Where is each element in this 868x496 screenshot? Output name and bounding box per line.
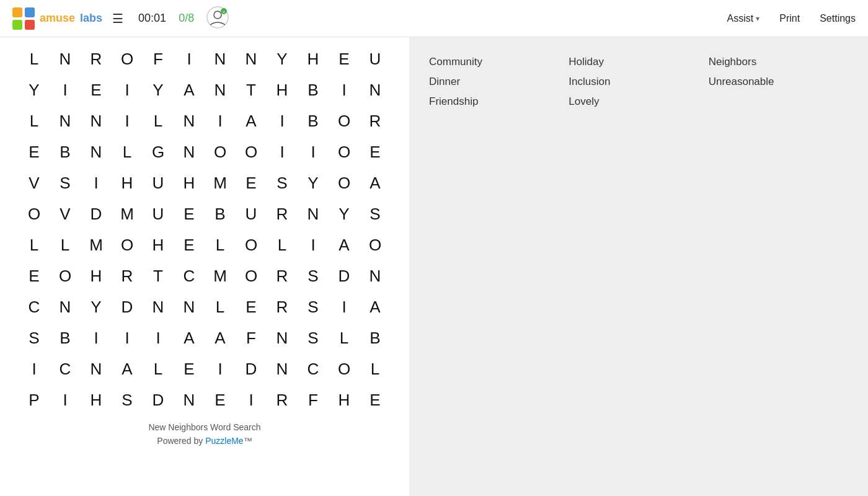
grid-cell[interactable]: B: [205, 198, 236, 229]
grid-cell[interactable]: E: [81, 74, 112, 105]
grid-cell[interactable]: D: [81, 198, 112, 229]
assist-button[interactable]: Assist ▾: [727, 13, 760, 24]
grid-cell[interactable]: A: [360, 291, 391, 322]
avatar-button[interactable]: +: [206, 6, 229, 31]
grid-cell[interactable]: I: [112, 322, 143, 353]
grid-cell[interactable]: R: [267, 198, 298, 229]
word-item[interactable]: Unreasonable: [709, 72, 848, 92]
grid-cell[interactable]: N: [81, 136, 112, 167]
grid-cell[interactable]: A: [329, 229, 360, 260]
puzzleme-link[interactable]: PuzzleMe: [205, 436, 243, 446]
grid-cell[interactable]: Y: [329, 198, 360, 229]
grid-cell[interactable]: P: [19, 384, 50, 415]
grid-cell[interactable]: T: [143, 260, 174, 291]
word-item[interactable]: Inclusion: [569, 72, 708, 92]
grid-cell[interactable]: E: [174, 198, 205, 229]
grid-cell[interactable]: O: [50, 260, 81, 291]
grid-cell[interactable]: C: [19, 291, 50, 322]
grid-cell[interactable]: S: [298, 291, 329, 322]
grid-cell[interactable]: R: [360, 105, 391, 136]
grid-cell[interactable]: E: [360, 136, 391, 167]
grid-cell[interactable]: I: [267, 105, 298, 136]
grid-cell[interactable]: N: [143, 291, 174, 322]
grid-cell[interactable]: R: [267, 291, 298, 322]
grid-cell[interactable]: M: [112, 198, 143, 229]
grid-cell[interactable]: O: [205, 136, 236, 167]
grid-cell[interactable]: A: [174, 322, 205, 353]
grid-cell[interactable]: B: [50, 136, 81, 167]
grid-cell[interactable]: E: [174, 229, 205, 260]
grid-cell[interactable]: N: [236, 43, 267, 74]
grid-cell[interactable]: I: [205, 105, 236, 136]
grid-cell[interactable]: Y: [81, 291, 112, 322]
menu-button[interactable]: ☰: [112, 11, 123, 26]
grid-cell[interactable]: E: [329, 43, 360, 74]
grid-cell[interactable]: U: [360, 43, 391, 74]
grid-cell[interactable]: E: [205, 384, 236, 415]
grid-cell[interactable]: O: [329, 105, 360, 136]
grid-cell[interactable]: I: [236, 384, 267, 415]
grid-cell[interactable]: H: [298, 43, 329, 74]
grid-cell[interactable]: S: [267, 167, 298, 198]
grid-cell[interactable]: Y: [298, 167, 329, 198]
grid-cell[interactable]: O: [360, 229, 391, 260]
grid-cell[interactable]: I: [205, 353, 236, 384]
grid-cell[interactable]: I: [112, 105, 143, 136]
word-item[interactable]: Neighbors: [709, 52, 848, 72]
grid-cell[interactable]: B: [50, 322, 81, 353]
grid-cell[interactable]: H: [143, 229, 174, 260]
grid-cell[interactable]: S: [112, 384, 143, 415]
grid-cell[interactable]: N: [298, 198, 329, 229]
grid-cell[interactable]: Y: [19, 74, 50, 105]
grid-cell[interactable]: I: [298, 136, 329, 167]
grid-cell[interactable]: B: [360, 322, 391, 353]
grid-cell[interactable]: O: [19, 198, 50, 229]
grid-cell[interactable]: F: [143, 43, 174, 74]
grid-cell[interactable]: H: [112, 167, 143, 198]
grid-cell[interactable]: O: [236, 260, 267, 291]
grid-cell[interactable]: C: [174, 260, 205, 291]
grid-cell[interactable]: O: [329, 167, 360, 198]
grid-cell[interactable]: S: [19, 322, 50, 353]
grid-cell[interactable]: T: [236, 74, 267, 105]
grid-cell[interactable]: L: [112, 136, 143, 167]
grid-cell[interactable]: L: [143, 105, 174, 136]
grid-cell[interactable]: C: [298, 353, 329, 384]
grid-cell[interactable]: N: [81, 353, 112, 384]
grid-cell[interactable]: N: [50, 291, 81, 322]
grid-cell[interactable]: C: [50, 353, 81, 384]
grid-cell[interactable]: O: [112, 43, 143, 74]
grid-cell[interactable]: L: [267, 229, 298, 260]
grid-cell[interactable]: E: [19, 260, 50, 291]
grid-cell[interactable]: B: [298, 74, 329, 105]
grid-cell[interactable]: A: [174, 74, 205, 105]
grid-cell[interactable]: L: [329, 322, 360, 353]
grid-cell[interactable]: A: [112, 353, 143, 384]
grid-cell[interactable]: M: [205, 167, 236, 198]
grid-cell[interactable]: G: [143, 136, 174, 167]
grid-cell[interactable]: L: [143, 353, 174, 384]
grid-cell[interactable]: I: [81, 322, 112, 353]
grid-cell[interactable]: D: [329, 260, 360, 291]
grid-cell[interactable]: I: [112, 74, 143, 105]
grid-cell[interactable]: B: [298, 105, 329, 136]
grid-cell[interactable]: M: [205, 260, 236, 291]
word-search-grid[interactable]: LNROFINNYHEUYIEIYANTHBINLNNILNIAIBOREBNL…: [19, 43, 391, 415]
grid-cell[interactable]: D: [236, 353, 267, 384]
grid-cell[interactable]: H: [81, 260, 112, 291]
grid-cell[interactable]: D: [143, 384, 174, 415]
grid-cell[interactable]: H: [267, 74, 298, 105]
grid-cell[interactable]: N: [205, 43, 236, 74]
word-item[interactable]: Community: [429, 52, 569, 72]
grid-cell[interactable]: N: [81, 105, 112, 136]
grid-cell[interactable]: I: [298, 229, 329, 260]
grid-cell[interactable]: N: [174, 136, 205, 167]
grid-cell[interactable]: O: [236, 229, 267, 260]
grid-cell[interactable]: N: [360, 260, 391, 291]
grid-cell[interactable]: L: [50, 229, 81, 260]
word-item[interactable]: Dinner: [429, 72, 569, 92]
grid-cell[interactable]: R: [81, 43, 112, 74]
grid-cell[interactable]: N: [267, 322, 298, 353]
grid-cell[interactable]: O: [329, 136, 360, 167]
word-item[interactable]: Friendship: [429, 92, 569, 112]
